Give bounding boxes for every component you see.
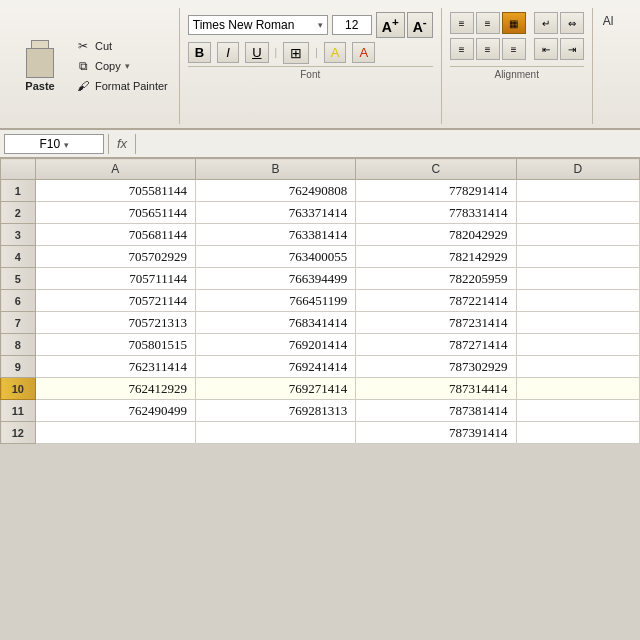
font-separator2: |: [315, 47, 318, 58]
cell-b-6[interactable]: 766451199: [195, 290, 355, 312]
cell-d-9[interactable]: [516, 356, 639, 378]
cell-b-4[interactable]: 763400055: [195, 246, 355, 268]
cell-d-12[interactable]: [516, 422, 639, 444]
font-grow-button[interactable]: A+: [376, 12, 405, 38]
col-header-d[interactable]: D: [516, 159, 639, 180]
cell-c-9[interactable]: 787302929: [356, 356, 516, 378]
format-painter-icon: 🖌: [75, 78, 91, 94]
row-number-8[interactable]: 8: [1, 334, 36, 356]
spreadsheet-table: A B C D 17055811447624908087782914142705…: [0, 158, 640, 444]
row-number-10[interactable]: 10: [1, 378, 36, 400]
cell-a-11[interactable]: 762490499: [35, 400, 195, 422]
paste-button[interactable]: Paste: [16, 38, 64, 94]
cell-a-5[interactable]: 705711144: [35, 268, 195, 290]
font-shrink-button[interactable]: A-: [407, 12, 433, 38]
col-header-a[interactable]: A: [35, 159, 195, 180]
row-number-1[interactable]: 1: [1, 180, 36, 202]
cell-b-5[interactable]: 766394499: [195, 268, 355, 290]
cell-d-4[interactable]: [516, 246, 639, 268]
cell-d-7[interactable]: [516, 312, 639, 334]
cell-a-3[interactable]: 705681144: [35, 224, 195, 246]
cell-d-6[interactable]: [516, 290, 639, 312]
cell-b-1[interactable]: 762490808: [195, 180, 355, 202]
cell-c-6[interactable]: 787221414: [356, 290, 516, 312]
row-number-2[interactable]: 2: [1, 202, 36, 224]
cell-a-2[interactable]: 705651144: [35, 202, 195, 224]
cell-a-9[interactable]: 762311414: [35, 356, 195, 378]
borders-button[interactable]: ⊞: [283, 42, 309, 64]
table-row: 4705702929763400055782142929: [1, 246, 640, 268]
cell-c-4[interactable]: 782142929: [356, 246, 516, 268]
row-number-11[interactable]: 11: [1, 400, 36, 422]
col-header-b[interactable]: B: [195, 159, 355, 180]
formula-input[interactable]: [140, 137, 636, 151]
cell-a-7[interactable]: 705721313: [35, 312, 195, 334]
extra-group: Al: [593, 8, 624, 124]
align-row-2: ≡ ≡ ≡ ⇤ ⇥: [450, 38, 584, 60]
cell-c-12[interactable]: 787391414: [356, 422, 516, 444]
row-number-5[interactable]: 5: [1, 268, 36, 290]
cell-b-11[interactable]: 769281313: [195, 400, 355, 422]
align-top-left-button[interactable]: ≡: [450, 12, 474, 34]
copy-button[interactable]: ⧉ Copy ▾: [72, 57, 171, 75]
cell-a-8[interactable]: 705801515: [35, 334, 195, 356]
cell-b-8[interactable]: 769201414: [195, 334, 355, 356]
row-number-12[interactable]: 12: [1, 422, 36, 444]
cell-c-11[interactable]: 787381414: [356, 400, 516, 422]
cell-b-3[interactable]: 763381414: [195, 224, 355, 246]
align-right-button[interactable]: ≡: [502, 38, 526, 60]
cell-a-10[interactable]: 762412929: [35, 378, 195, 400]
fx-label: fx: [113, 136, 131, 151]
align-top-center-button[interactable]: ≡: [476, 12, 500, 34]
italic-button[interactable]: I: [217, 42, 239, 63]
cell-d-8[interactable]: [516, 334, 639, 356]
highlight-button[interactable]: A: [324, 42, 347, 63]
cell-c-5[interactable]: 782205959: [356, 268, 516, 290]
cell-a-1[interactable]: 705581144: [35, 180, 195, 202]
font-size-box[interactable]: 12: [332, 15, 372, 35]
name-box[interactable]: F10 ▾: [4, 134, 104, 154]
cut-label: Cut: [95, 40, 112, 52]
cell-b-12[interactable]: [195, 422, 355, 444]
row-number-3[interactable]: 3: [1, 224, 36, 246]
underline-button[interactable]: U: [245, 42, 268, 63]
cell-c-8[interactable]: 787271414: [356, 334, 516, 356]
cell-c-10[interactable]: 787314414: [356, 378, 516, 400]
cell-d-11[interactable]: [516, 400, 639, 422]
align-center-button[interactable]: ≡: [476, 38, 500, 60]
formula-bar-separator: [108, 134, 109, 154]
merge-button[interactable]: ⇔: [560, 12, 584, 34]
cell-b-7[interactable]: 768341414: [195, 312, 355, 334]
font-size-value: 12: [345, 18, 358, 32]
cut-button[interactable]: ✂ Cut: [72, 37, 171, 55]
cell-d-2[interactable]: [516, 202, 639, 224]
row-number-6[interactable]: 6: [1, 290, 36, 312]
cell-c-1[interactable]: 778291414: [356, 180, 516, 202]
col-header-c[interactable]: C: [356, 159, 516, 180]
cell-d-5[interactable]: [516, 268, 639, 290]
cell-d-3[interactable]: [516, 224, 639, 246]
wrap-text-button[interactable]: ↵: [534, 12, 558, 34]
font-name-dropdown[interactable]: Times New Roman ▾: [188, 15, 328, 35]
align-left-button[interactable]: ≡: [450, 38, 474, 60]
increase-indent-button[interactable]: ⇥: [560, 38, 584, 60]
cell-d-1[interactable]: [516, 180, 639, 202]
align-top-right-button[interactable]: ▦: [502, 12, 526, 34]
cell-c-3[interactable]: 782042929: [356, 224, 516, 246]
cell-a-12[interactable]: [35, 422, 195, 444]
font-color-button[interactable]: A: [352, 42, 375, 63]
row-number-9[interactable]: 9: [1, 356, 36, 378]
cell-b-10[interactable]: 769271414: [195, 378, 355, 400]
cell-c-2[interactable]: 778331414: [356, 202, 516, 224]
cell-a-4[interactable]: 705702929: [35, 246, 195, 268]
row-number-7[interactable]: 7: [1, 312, 36, 334]
cell-b-9[interactable]: 769241414: [195, 356, 355, 378]
cell-b-2[interactable]: 763371414: [195, 202, 355, 224]
format-painter-button[interactable]: 🖌 Format Painter: [72, 77, 171, 95]
cell-a-6[interactable]: 705721144: [35, 290, 195, 312]
cell-c-7[interactable]: 787231414: [356, 312, 516, 334]
bold-button[interactable]: B: [188, 42, 211, 63]
decrease-indent-button[interactable]: ⇤: [534, 38, 558, 60]
row-number-4[interactable]: 4: [1, 246, 36, 268]
cell-d-10[interactable]: [516, 378, 639, 400]
